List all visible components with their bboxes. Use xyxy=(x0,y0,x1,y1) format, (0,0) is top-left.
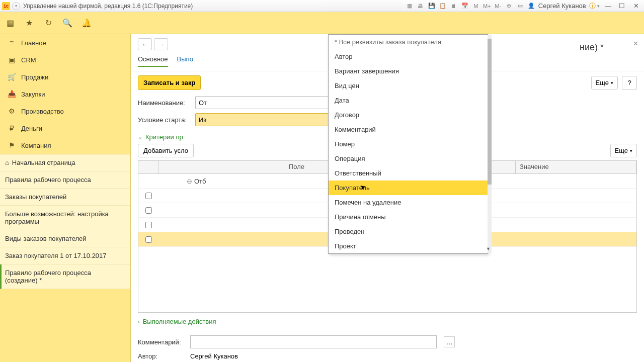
nav-sales[interactable]: 🛒Продажи xyxy=(0,68,130,85)
history-icon[interactable]: ↻ xyxy=(43,18,53,28)
comment-label: Комментарий: xyxy=(138,338,185,346)
dropdown-header[interactable]: * Все реквизиты заказа покупателя xyxy=(329,35,488,49)
m-clear-icon[interactable]: М xyxy=(472,2,480,10)
sub-rule-create[interactable]: Правило рабочего процесса (создание) * xyxy=(0,264,130,289)
dropdown-item[interactable]: Причина отмены xyxy=(329,210,488,224)
dropdown-item[interactable]: Операция xyxy=(329,151,488,166)
maximize-button[interactable]: ☐ xyxy=(616,2,628,11)
grid-empty-area xyxy=(138,247,636,312)
add-condition-button[interactable]: Добавить усло xyxy=(138,144,194,157)
info-dropdown-icon[interactable]: ▾ xyxy=(597,4,602,9)
print-icon[interactable]: 🖶 xyxy=(417,2,425,10)
sub-orders[interactable]: Заказы покупателей xyxy=(0,189,130,206)
footer-section: Комментарий: … Автор: Сергей Куканов xyxy=(131,328,644,362)
more-label: Еще xyxy=(596,79,609,86)
close-button[interactable]: ✕ xyxy=(630,2,642,11)
sub-settings[interactable]: Больше возможностей: настройка программы xyxy=(0,206,130,230)
tab-main[interactable]: Основное xyxy=(138,55,168,67)
window-controls: — ☐ ✕ xyxy=(602,2,642,11)
notifications-icon[interactable]: 🔔 xyxy=(82,18,92,28)
current-user[interactable]: Сергей Куканов xyxy=(538,2,586,10)
windows-icon[interactable]: ▭ xyxy=(516,2,524,10)
start-value: Из xyxy=(199,116,206,124)
dropdown-item[interactable]: Комментарий xyxy=(329,122,488,137)
sub-home[interactable]: ⌂Начальная страница xyxy=(0,154,130,171)
row-checkbox[interactable] xyxy=(145,207,152,214)
minimize-button[interactable]: — xyxy=(602,2,614,11)
dropdown-item[interactable]: Помечен на удаление xyxy=(329,195,488,210)
row-checkbox[interactable] xyxy=(145,193,152,199)
favorites-icon[interactable]: ★ xyxy=(24,18,34,28)
apps-icon[interactable]: ▦ xyxy=(5,18,15,28)
print-preview-icon[interactable]: ▦ xyxy=(406,2,414,10)
dropdown-item[interactable]: Автор xyxy=(329,49,488,64)
purchases-icon: 📥 xyxy=(7,90,16,98)
dropdown-item[interactable]: Номер xyxy=(329,137,488,151)
dropdown-scroll-down-icon[interactable]: ▼ xyxy=(486,246,491,251)
document-title-suffix: ние) * xyxy=(580,42,604,53)
help-button[interactable]: ? xyxy=(622,76,637,90)
comment-input[interactable] xyxy=(190,335,437,348)
actions-title: Выполняемые действия xyxy=(143,318,216,325)
sub-order-types[interactable]: Виды заказов покупателей xyxy=(0,230,130,247)
save-close-button[interactable]: Записать и закр xyxy=(138,75,201,90)
nav-label: Главное xyxy=(21,39,46,47)
zoom-icon[interactable]: ⊕ xyxy=(505,2,513,10)
nav-forward-button[interactable]: → xyxy=(154,38,168,50)
chevron-down-icon: ⌄ xyxy=(138,134,142,140)
window-title: Управление нашей фирмой, редакция 1.6 (1… xyxy=(23,3,406,10)
nav-purchases[interactable]: 📥Закупки xyxy=(0,85,130,103)
app-menu-dropdown[interactable]: ▾ xyxy=(12,2,20,10)
tab-exec[interactable]: Выпо xyxy=(177,55,193,67)
nav-back-button[interactable]: ← xyxy=(138,38,152,50)
info-icon[interactable]: ⓘ xyxy=(589,2,597,11)
tree-root-label: Отб xyxy=(194,177,206,185)
nav-label: Продажи xyxy=(21,73,48,81)
search-icon[interactable]: 🔍 xyxy=(62,18,72,28)
nav-crm[interactable]: ▣CRM xyxy=(0,51,130,68)
save-icon[interactable]: 💾 xyxy=(428,2,436,10)
author-label: Автор: xyxy=(138,352,185,360)
dropdown-item[interactable]: Ответственный xyxy=(329,166,488,180)
chevron-right-icon: › xyxy=(138,319,140,325)
sub-rules[interactable]: Правила рабочего процесса xyxy=(0,171,130,189)
more-button[interactable]: Еще▾ xyxy=(591,76,618,89)
nav-production[interactable]: ⚙Производство xyxy=(0,103,130,120)
dropdown-item[interactable]: Вариант завершения xyxy=(329,64,488,78)
titlebar-tools: ▦ 🖶 💾 📋 🖩 📅 М М+ М- ⊕ ▭ 👤 xyxy=(406,2,535,10)
comment-expand-button[interactable]: … xyxy=(444,336,455,347)
start-label: Условие старта: xyxy=(138,116,191,124)
chevron-down-icon: ▾ xyxy=(630,148,632,153)
dropdown-item[interactable]: Договор xyxy=(329,108,488,122)
crm-icon: ▣ xyxy=(7,56,16,64)
nav-label: Компания xyxy=(21,142,51,149)
sub-order-1[interactable]: Заказ покупателя 1 от 17.10.2017 xyxy=(0,247,130,264)
titlebar: 1c ▾ Управление нашей фирмой, редакция 1… xyxy=(0,0,644,12)
clipboard-icon[interactable]: 📋 xyxy=(439,2,447,10)
criteria-more-button[interactable]: Еще▾ xyxy=(610,144,637,157)
actions-section-toggle[interactable]: › Выполняемые действия xyxy=(131,313,644,328)
row-checkbox[interactable] xyxy=(145,236,152,243)
name-label: Наименование: xyxy=(138,99,191,107)
menu-icon: ≡ xyxy=(7,39,16,47)
money-icon: ₽ xyxy=(7,124,16,132)
dropdown-scrollbar-thumb[interactable] xyxy=(488,39,492,185)
calendar-icon[interactable]: 📅 xyxy=(461,2,469,10)
dropdown-item[interactable]: Покупатель xyxy=(329,180,488,195)
company-icon: ⚑ xyxy=(7,141,16,149)
sidebar: ≡Главное ▣CRM 🛒Продажи 📥Закупки ⚙Произво… xyxy=(0,34,131,362)
calculator-icon[interactable]: 🖩 xyxy=(450,2,458,10)
dropdown-item[interactable]: Проведен xyxy=(329,224,488,239)
dropdown-item[interactable]: Проект xyxy=(329,239,488,253)
nav-main[interactable]: ≡Главное xyxy=(0,34,130,51)
m-plus-icon[interactable]: М+ xyxy=(483,2,491,10)
production-icon: ⚙ xyxy=(7,107,16,115)
nav-money[interactable]: ₽Деньги xyxy=(0,120,130,137)
m-minus-icon[interactable]: М- xyxy=(494,2,502,10)
dropdown-item[interactable]: Вид цен xyxy=(329,78,488,93)
collapse-icon[interactable]: ⊖ xyxy=(187,177,192,185)
row-checkbox[interactable] xyxy=(145,222,152,228)
close-tab-button[interactable]: × xyxy=(633,39,638,48)
nav-company[interactable]: ⚑Компания xyxy=(0,137,130,154)
dropdown-item[interactable]: Дата xyxy=(329,93,488,108)
